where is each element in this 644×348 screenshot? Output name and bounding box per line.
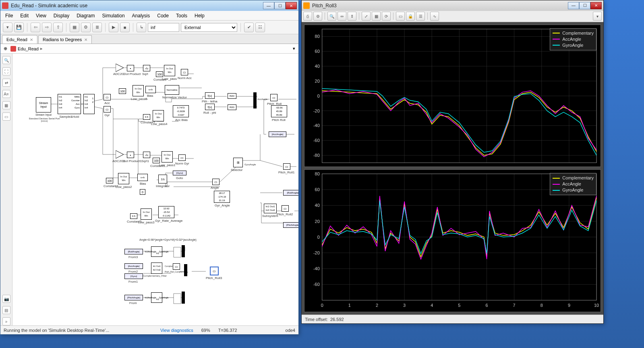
menu-display[interactable]: Display xyxy=(50,12,72,20)
save-config-icon[interactable]: ▦ xyxy=(372,12,381,21)
close-button[interactable]: ✕ xyxy=(590,2,602,9)
block-bias1[interactable]: u+b xyxy=(137,174,148,181)
model-config-button[interactable]: ⚙ xyxy=(81,23,91,32)
maximize-button[interactable]: ☐ xyxy=(274,2,286,9)
menu-diagram[interactable]: Diagram xyxy=(73,12,98,20)
tab-edu-read[interactable]: Edu_Read✕ xyxy=(2,35,37,44)
tab-rad2deg[interactable]: Radians to Degrees✕ xyxy=(38,35,92,44)
block-const7[interactable]: 0.5 xyxy=(143,114,150,120)
block-integrator[interactable]: 1/s xyxy=(158,175,167,183)
expand-icon[interactable]: » xyxy=(2,317,10,325)
block-const4[interactable]: 100 xyxy=(106,178,113,183)
block-mux-sub1[interactable]: In1 AccAngleIn2 GyroAngle xyxy=(151,246,162,257)
deploy-button[interactable]: ☷ xyxy=(255,23,265,32)
block-scope-acc[interactable]: ▭ xyxy=(104,94,111,100)
block-scope-prcomp[interactable]: ▭ xyxy=(173,263,180,270)
block-ic[interactable]: 0 xyxy=(140,189,145,195)
simulink-titlebar[interactable]: Edu_Read - Simulink academic use — ☐ ✕ xyxy=(0,0,298,11)
block-from-roll[interactable]: [RollAngle] xyxy=(124,249,143,254)
scope-titlebar[interactable]: Pitch_Roll3 — ☐ ✕ xyxy=(302,0,603,11)
block-stream-input[interactable]: Stream Input xyxy=(36,97,51,113)
block-lowpass3[interactable]: In OutWn xyxy=(141,208,152,220)
block-mux-sub2[interactable]: In1 AccAngleIn2 GyroAngle xyxy=(151,292,162,303)
block-goto-accangle[interactable]: [AccAngle] xyxy=(269,131,286,137)
simulation-mode-select[interactable]: External xyxy=(181,23,237,32)
block-from-acc[interactable]: [AccAngle] xyxy=(124,263,143,269)
sample-time-icon[interactable]: ⇄ xyxy=(2,79,10,87)
block-sqrt[interactable]: √u xyxy=(143,65,150,71)
image-tool-icon[interactable]: ▦ xyxy=(2,101,10,109)
run-button[interactable]: ▶ xyxy=(109,23,118,32)
menu-file[interactable]: File xyxy=(2,12,16,20)
block-gyrangle-disp[interactable]: 28.17-174.1921.19 xyxy=(214,191,230,203)
signal-select-icon[interactable]: ☰ xyxy=(416,12,425,21)
print-icon[interactable]: ⎙ xyxy=(303,12,312,21)
maximize-button[interactable]: ☐ xyxy=(579,2,590,9)
block-lowpass[interactable]: In OutWn xyxy=(164,65,175,76)
autoscale-icon[interactable]: ⤢ xyxy=(362,12,371,21)
model-explorer-button[interactable]: ≣ xyxy=(92,23,102,32)
block-display-pitchroll[interactable]: -63.0645.8945.89 xyxy=(271,105,287,117)
block-samplehold[interactable]: In1In2In3In4 MillisCounterAccGyro xyxy=(58,94,81,114)
parameters-icon[interactable]: ⚙ xyxy=(313,12,322,21)
block-adc2g1[interactable] xyxy=(116,150,124,158)
menu-analysis[interactable]: Analysis xyxy=(129,12,153,20)
new-model-button[interactable]: ▾ xyxy=(3,23,12,32)
screenshot-icon[interactable]: 📷 xyxy=(2,295,10,303)
forward-button[interactable]: ⇨ xyxy=(42,23,52,32)
block-mux2[interactable] xyxy=(184,264,187,276)
view-diagnostics-link[interactable]: View diagnostics xyxy=(160,328,193,333)
annotation-tool-icon[interactable]: A≡ xyxy=(2,90,10,98)
block-lowpass2[interactable]: In OutWn xyxy=(118,173,129,184)
block-const[interactable]: 100 xyxy=(156,71,163,77)
block-lowpass4[interactable]: In OutWn xyxy=(153,110,164,121)
block-adc2g[interactable] xyxy=(116,64,124,72)
block-scope-gyr[interactable]: ▭ xyxy=(104,106,111,113)
block-scope-pitchroll1[interactable]: ▭ xyxy=(283,163,290,170)
block-rollphi[interactable]: f(u) xyxy=(205,104,215,110)
block-selector[interactable]: ⊞ xyxy=(233,158,243,167)
block-bias[interactable]: u+b xyxy=(145,86,156,93)
tab-close-icon[interactable]: ✕ xyxy=(84,38,87,42)
nav-hide-button[interactable]: ⊕ xyxy=(4,46,7,51)
fit-tool-icon[interactable]: ⛶ xyxy=(2,67,10,75)
stop-button[interactable]: ■ xyxy=(120,23,130,32)
float-icon[interactable]: ▭ xyxy=(396,12,405,21)
record-icon[interactable]: ▤ xyxy=(2,306,10,314)
block-pitchteta[interactable]: f(u) xyxy=(205,92,215,99)
block-subsystem[interactable]: In1 Out1In2 Out2 xyxy=(264,204,277,213)
build-button[interactable]: ✔ xyxy=(244,23,254,32)
block-mux-accangle[interactable] xyxy=(253,92,257,108)
menu-simulation[interactable]: Simulation xyxy=(99,12,128,20)
stop-time-input[interactable] xyxy=(148,23,179,32)
block-scope-pitchroll2[interactable]: ▭ xyxy=(282,205,289,212)
block-const1[interactable]: 100 xyxy=(153,158,160,163)
minimize-button[interactable]: — xyxy=(568,2,579,9)
lock-icon[interactable]: 🔒 xyxy=(406,12,415,21)
block-demux[interactable]: In1In2In3In4 12 xyxy=(83,94,95,114)
block-goto-gyro[interactable]: [Gyro] xyxy=(173,171,186,175)
restore-icon[interactable]: ⟳ xyxy=(382,12,391,21)
breadcrumb-dropdown-icon[interactable]: ▾ xyxy=(293,46,295,51)
back-button[interactable]: ⇦ xyxy=(31,23,40,32)
block-lowpass5[interactable]: In OutWn xyxy=(133,85,144,96)
block-scope-pitchroll[interactable]: ▭ xyxy=(270,94,277,101)
menu-tools[interactable]: Tools xyxy=(173,12,191,20)
block-mux3[interactable] xyxy=(182,292,185,304)
save-button[interactable]: 💾 xyxy=(14,23,24,32)
scope-plot-2[interactable]: -60-40-20020406080012345678910 Complemen… xyxy=(304,169,601,312)
block-lowpass1[interactable]: In OutWn xyxy=(162,151,173,163)
block-r2d1[interactable]: R2D xyxy=(228,93,236,99)
tab-close-icon[interactable]: ✕ xyxy=(30,38,33,42)
block-sqrt1[interactable]: √u xyxy=(143,152,150,158)
dropdown-icon[interactable]: ▾ xyxy=(593,12,602,21)
menu-help[interactable]: Help xyxy=(191,12,208,20)
library-browser-button[interactable]: ▦ xyxy=(70,23,79,32)
block-scope-angle[interactable]: ▭ xyxy=(212,179,219,185)
minimize-button[interactable]: — xyxy=(263,2,274,9)
menu-view[interactable]: View xyxy=(33,12,50,20)
menu-code[interactable]: Code xyxy=(154,12,172,20)
zoom-y-icon[interactable]: ⇕ xyxy=(348,12,356,21)
breadcrumb-root[interactable]: Edu_Read xyxy=(18,46,39,51)
menu-edit[interactable]: Edit xyxy=(17,12,32,20)
